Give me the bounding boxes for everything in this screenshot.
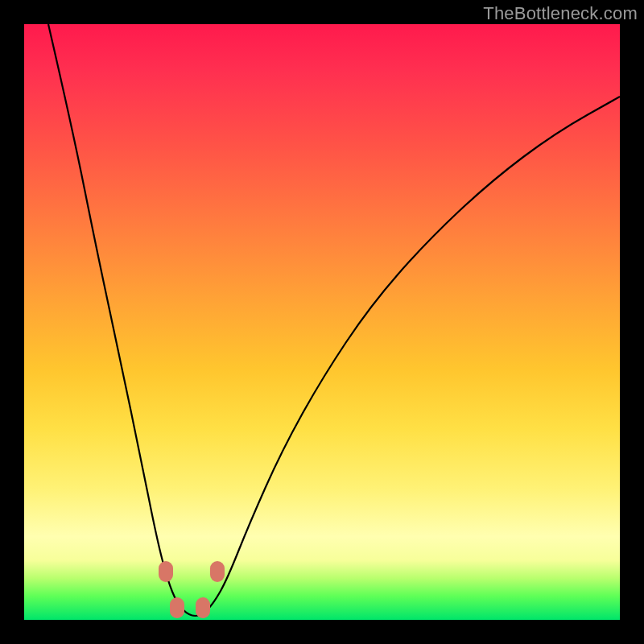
chart-frame bbox=[24, 24, 620, 620]
watermark-text: TheBottleneck.com bbox=[483, 3, 638, 24]
curve-markers bbox=[24, 24, 620, 620]
curve-marker bbox=[196, 597, 210, 618]
curve-marker bbox=[170, 597, 184, 618]
curve-marker bbox=[210, 561, 225, 582]
curve-marker bbox=[159, 561, 173, 582]
